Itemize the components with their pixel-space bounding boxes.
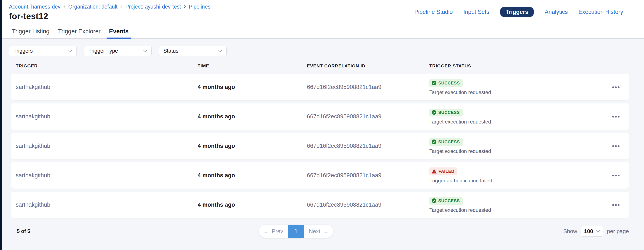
trigger-status-cell: SUCCESS Target execution requested [429, 108, 612, 125]
row-actions-menu-button[interactable] [612, 84, 620, 90]
row-actions-menu-button[interactable] [612, 114, 620, 120]
page-size-control: Show 100 per page [563, 225, 629, 238]
breadcrumb-project-link[interactable]: Project: ayushi-dev-test [126, 4, 181, 10]
status-message: Trigger authentication failed [429, 178, 612, 184]
breadcrumb-separator: › [64, 4, 66, 10]
status-badge: FAILED [429, 167, 458, 175]
tab-trigger-listing[interactable]: Trigger Listing [12, 24, 50, 38]
dot-icon [612, 116, 614, 117]
next-label: Next [309, 228, 320, 235]
nav-item-pipeline-studio[interactable]: Pipeline Studio [414, 9, 453, 15]
nav-item-triggers-active[interactable]: Triggers [500, 7, 534, 17]
pipeline-top-nav: Pipeline Studio Input Sets Triggers Anal… [414, 0, 623, 24]
status-message: Target execution requested [429, 89, 612, 95]
trigger-status-cell: SUCCESS Target execution requested [429, 138, 612, 154]
breadcrumb-organization-link[interactable]: Organization: default [68, 4, 118, 10]
status-badge: SUCCESS [429, 197, 463, 205]
table-header-row: TRIGGER TIME EVENT CORRELATION ID TRIGGE… [11, 63, 629, 68]
dot-icon [615, 175, 617, 176]
nav-item-input-sets[interactable]: Input Sets [464, 9, 490, 15]
next-page-button[interactable]: Next → [304, 225, 333, 238]
nav-item-analytics[interactable]: Analytics [545, 9, 568, 15]
events-table-body: sarthakgithub 4 months ago 667d16f2ec895… [11, 74, 629, 218]
nav-item-execution-history[interactable]: Execution History [578, 9, 623, 15]
filter-row: Triggers Trigger Type Status [9, 46, 644, 56]
dot-icon [615, 204, 617, 206]
page-1-button[interactable]: 1 [288, 225, 304, 238]
dot-icon [612, 145, 614, 147]
table-row[interactable]: sarthakgithub 4 months ago 667d16f2ec895… [11, 74, 629, 100]
trigger-name-cell: sarthakgithub [11, 202, 198, 208]
status-badge: SUCCESS [429, 138, 463, 146]
collapsed-sidenav-strip [0, 0, 2, 250]
trigger-type-filter-label: Trigger Type [88, 48, 118, 54]
dot-icon [618, 204, 620, 206]
trigger-name-cell: sarthakgithub [11, 113, 198, 120]
event-correlation-id-cell: 667d16f2ec895908821c1aa9 [307, 113, 429, 120]
per-page-label: per page [607, 228, 629, 235]
status-message: Target execution requested [429, 207, 612, 213]
dot-icon [615, 86, 617, 88]
status-message: Target execution requested [429, 119, 612, 125]
status-badge-label: SUCCESS [438, 140, 460, 144]
time-cell: 4 months ago [198, 172, 307, 179]
status-success-icon [432, 140, 436, 144]
left-arrow-icon: ← [264, 228, 270, 235]
chevron-down-icon [218, 50, 222, 52]
table-row[interactable]: sarthakgithub 4 months ago 667d16f2ec895… [11, 162, 629, 189]
trigger-name-cell: sarthakgithub [11, 172, 198, 179]
chevron-down-icon [143, 50, 148, 52]
breadcrumb-pipelines-link[interactable]: Pipelines [189, 4, 210, 10]
right-arrow-icon: → [322, 228, 328, 235]
prev-page-button[interactable]: ← Prev [259, 225, 288, 238]
table-row[interactable]: sarthakgithub 4 months ago 667d16f2ec895… [11, 192, 629, 218]
event-correlation-id-cell: 667d16f2ec895908821c1aa9 [307, 202, 429, 208]
pagination-bar: 5 of 5 ← Prev 1 Next → Show 100 per pa [11, 225, 629, 238]
status-failed-icon [432, 169, 436, 174]
trigger-name-cell: sarthakgithub [11, 84, 198, 90]
time-cell: 4 months ago [198, 143, 307, 149]
column-header-trigger-status: TRIGGER STATUS [429, 63, 612, 68]
row-actions-menu-button[interactable] [612, 143, 620, 149]
dot-icon [612, 86, 614, 88]
breadcrumb-separator: › [120, 4, 122, 10]
row-actions-menu-button[interactable] [612, 202, 620, 208]
page-size-value: 100 [584, 228, 593, 235]
triggers-filter-dropdown[interactable]: Triggers [9, 46, 77, 56]
show-label: Show [563, 228, 577, 235]
dot-icon [612, 204, 614, 206]
status-badge-label: SUCCESS [438, 110, 460, 115]
dot-icon [615, 116, 617, 117]
dot-icon [618, 116, 620, 117]
trigger-status-cell: SUCCESS Target execution requested [429, 197, 612, 213]
column-header-trigger: TRIGGER [11, 63, 198, 68]
pagination-summary: 5 of 5 [17, 228, 30, 234]
column-header-time: TIME [198, 63, 307, 68]
table-row[interactable]: sarthakgithub 4 months ago 667d16f2ec895… [11, 133, 629, 159]
row-actions-menu-button[interactable] [612, 173, 620, 179]
dot-icon [612, 175, 614, 176]
time-cell: 4 months ago [198, 84, 307, 90]
trigger-type-filter-dropdown[interactable]: Trigger Type [84, 46, 152, 56]
event-correlation-id-cell: 667d16f2ec895908821c1aa9 [307, 143, 429, 149]
status-badge-label: FAILED [438, 169, 454, 174]
page-header: Account: harness-dev › Organization: def… [2, 0, 644, 24]
status-filter-dropdown[interactable]: Status [159, 46, 226, 56]
status-filter-label: Status [163, 48, 178, 54]
tab-trigger-explorer[interactable]: Trigger Explorer [58, 24, 100, 38]
tab-events[interactable]: Events [109, 24, 129, 38]
breadcrumb-separator: › [184, 4, 186, 10]
dot-icon [618, 86, 620, 88]
time-cell: 4 months ago [198, 202, 307, 208]
status-message: Target execution requested [429, 148, 612, 154]
chevron-down-icon [596, 230, 600, 233]
events-content: Triggers Trigger Type Status TRIGGER TIM… [2, 39, 644, 238]
pager: ← Prev 1 Next → [259, 225, 333, 238]
triggers-tabbar: Trigger Listing Trigger Explorer Events [2, 24, 644, 39]
breadcrumb-account-link[interactable]: Account: harness-dev [9, 4, 60, 10]
trigger-name-cell: sarthakgithub [11, 143, 198, 149]
event-correlation-id-cell: 667d16f2ec895908821c1aa9 [307, 172, 429, 179]
column-header-event-correlation-id: EVENT CORRELATION ID [307, 63, 429, 68]
table-row[interactable]: sarthakgithub 4 months ago 667d16f2ec895… [11, 103, 629, 130]
page-size-dropdown[interactable]: 100 [581, 226, 603, 236]
